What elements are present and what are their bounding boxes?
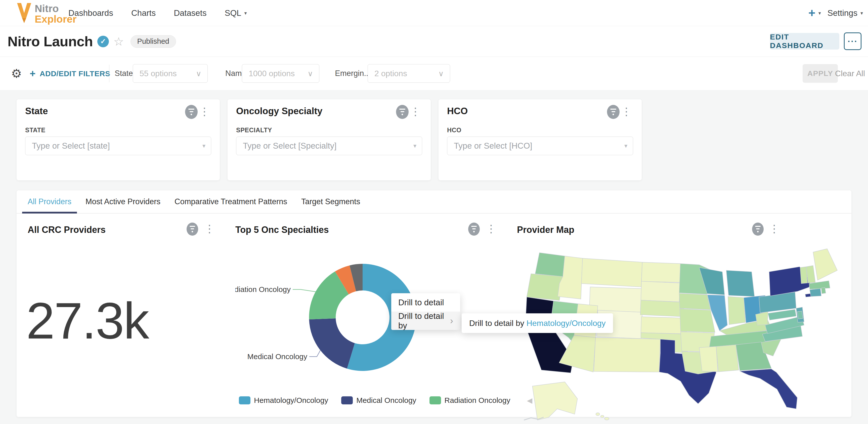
kebab-menu-icon[interactable]: ⋮ <box>769 223 779 234</box>
submenu-dimension-link: Hematology/Oncology <box>527 319 606 328</box>
nav-item-dashboards[interactable]: Dashboards <box>68 8 113 18</box>
state-CT[interactable] <box>810 289 821 297</box>
specialty-select-input[interactable]: Type or Select [Specialty] ▾ <box>236 137 422 155</box>
legend-label: Medical Oncology <box>356 396 416 405</box>
filter-applied-badge-icon[interactable] <box>607 105 620 119</box>
state-SD[interactable] <box>641 281 680 302</box>
state-AL[interactable] <box>716 345 739 372</box>
tab-most-active-providers[interactable]: Most Active Providers <box>86 190 160 213</box>
filter-applied-badge-icon[interactable] <box>187 222 198 236</box>
nav-item-sql[interactable]: SQL ▾ <box>224 8 247 18</box>
tab-comparative-treatment-patterns[interactable]: Comparative Treatment Patterns <box>175 190 287 213</box>
state-MI[interactable] <box>726 270 754 297</box>
select-placeholder: Type or Select [Specialty] <box>243 141 413 151</box>
state-NE[interactable] <box>641 300 684 316</box>
callout-line <box>309 350 320 357</box>
kebab-menu-icon[interactable]: ⋮ <box>486 223 496 234</box>
favorite-star-icon[interactable]: ☆ <box>114 36 124 47</box>
filter-card-hco: HCO ⋮ HCO Type or Select [HCO] ▾ <box>438 99 642 180</box>
state-ND[interactable] <box>642 262 680 282</box>
settings-menu[interactable]: Settings ▾ <box>828 8 863 18</box>
chevron-down-icon: ▾ <box>818 10 821 16</box>
filter-applied-badge-icon[interactable] <box>396 105 409 119</box>
nav-item-sql-label: SQL <box>224 8 241 18</box>
nav-item-datasets[interactable]: Datasets <box>174 8 207 18</box>
state-FL[interactable] <box>740 369 797 409</box>
chart-title-provider-map: Provider Map <box>517 224 574 235</box>
state-MO[interactable] <box>680 309 715 332</box>
filter-applied-badge-icon[interactable] <box>185 105 198 119</box>
plus-icon: + <box>808 7 815 19</box>
edit-dashboard-button[interactable]: EDIT DASHBOARD <box>770 33 839 50</box>
state-MS[interactable] <box>699 346 718 372</box>
state-IN[interactable] <box>728 297 745 325</box>
donut-slice-Medical Oncology[interactable] <box>309 319 355 369</box>
page-title: Nitro Launch <box>7 33 93 50</box>
state-select-input[interactable]: Type or Select [state] ▾ <box>25 137 211 155</box>
state-DE[interactable] <box>797 311 803 319</box>
nav-item-charts[interactable]: Charts <box>131 8 156 18</box>
legend-item[interactable]: Medical Oncology <box>341 396 416 405</box>
hco-select-input[interactable]: Type or Select [HCO] ▾ <box>447 137 633 155</box>
menu-item-label: Drill to detail <box>398 298 444 307</box>
state-HI[interactable] <box>596 413 600 416</box>
chevron-down-icon: ▾ <box>203 142 206 149</box>
state-NM[interactable] <box>594 337 660 372</box>
tab-all-providers[interactable]: All Providers <box>28 190 71 213</box>
apply-button[interactable]: APPLY <box>803 64 838 83</box>
state-WA[interactable] <box>535 253 565 277</box>
donut-callout-medical: Medical Oncology <box>247 352 307 361</box>
submenu-prefix: Drill to detail by <box>469 319 527 328</box>
nav-right: + ▾ Settings ▾ <box>808 0 863 26</box>
kebab-menu-icon[interactable]: ⋮ <box>204 223 215 234</box>
kebab-menu-icon[interactable]: ⋮ <box>410 107 421 117</box>
state-MT[interactable] <box>581 258 642 287</box>
state-NH[interactable] <box>806 266 815 283</box>
logo-v-icon <box>17 2 32 24</box>
chevron-right-icon: › <box>450 315 453 326</box>
kebab-menu-icon[interactable]: ⋮ <box>621 107 632 117</box>
top-navbar: Nitro Explorer Dashboards Charts Dataset… <box>0 0 868 26</box>
kebab-menu-icon[interactable]: ⋮ <box>199 107 210 117</box>
state-OR[interactable] <box>527 274 563 300</box>
tab-target-segments[interactable]: Target Segments <box>301 190 360 213</box>
toolbar-divider <box>109 65 110 82</box>
legend-swatch-icon <box>430 396 441 404</box>
state-ME[interactable] <box>813 249 837 280</box>
state-PA[interactable] <box>759 292 796 313</box>
donut-legend: Hematology/OncologyMedical OncologyRadia… <box>239 396 557 405</box>
state-RI[interactable] <box>821 287 826 294</box>
filter-applied-badge-icon[interactable] <box>468 222 480 236</box>
filter-select-emerging[interactable]: 2 options ∨ <box>368 64 450 83</box>
certified-badge-icon: ✓ <box>97 36 109 47</box>
app-logo[interactable]: Nitro Explorer <box>17 2 76 25</box>
filter-value: 55 options <box>140 69 196 78</box>
state-HI[interactable] <box>600 415 604 418</box>
state-HI[interactable] <box>604 417 609 420</box>
chevron-down-icon: ∨ <box>308 69 313 78</box>
more-options-button[interactable]: ··· <box>844 32 862 50</box>
filter-select-state[interactable]: 55 options ∨ <box>133 64 208 83</box>
dashboard-app: Nitro Explorer Dashboards Charts Dataset… <box>0 0 868 424</box>
legend-item[interactable]: Radiation Oncology <box>430 396 510 405</box>
filter-applied-badge-icon[interactable] <box>752 222 764 236</box>
filter-toolbar: ⚙ + ADD/EDIT FILTERS State 55 options ∨ … <box>0 57 868 90</box>
state-KS[interactable] <box>641 316 687 334</box>
add-edit-filters-button[interactable]: + ADD/EDIT FILTERS <box>30 68 111 79</box>
plus-icon: + <box>30 68 36 79</box>
legend-item[interactable]: Hematology/Oncology <box>239 396 328 405</box>
add-edit-filters-label: ADD/EDIT FILTERS <box>40 69 111 78</box>
filter-label-state: State <box>115 69 133 78</box>
state-IA[interactable] <box>679 294 710 310</box>
menu-item-drill-to-detail[interactable]: Drill to detail <box>391 293 460 311</box>
state-VT[interactable] <box>800 267 807 284</box>
filter-select-name[interactable]: 1000 options ∨ <box>242 64 319 83</box>
add-new-button[interactable]: + ▾ <box>808 7 821 19</box>
menu-item-drill-to-detail-by[interactable]: Drill to detail by › <box>391 311 460 330</box>
filter-card-state: State ⋮ STATE Type or Select [state] ▾ <box>17 99 220 180</box>
drill-submenu-item[interactable]: Drill to detail by Hematology/Oncology <box>462 313 613 333</box>
gear-icon[interactable]: ⚙ <box>11 66 22 81</box>
clear-all-button[interactable]: Clear All <box>835 69 865 78</box>
donut-callout-radiation: Radiation Oncology <box>235 285 291 294</box>
state-AK[interactable] <box>532 382 577 420</box>
